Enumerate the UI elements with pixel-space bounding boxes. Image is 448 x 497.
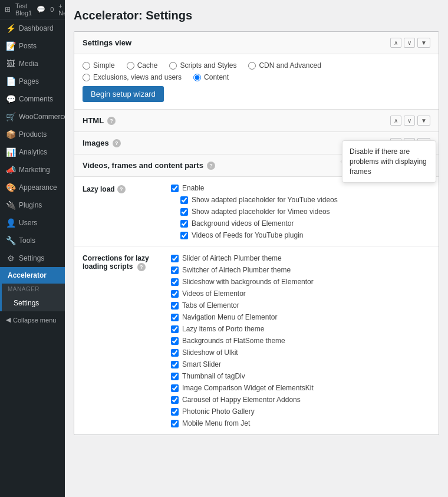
lazy-load-youtube[interactable]: Show adapted placeholder for YouTube vid… xyxy=(180,196,430,204)
lazy-load-elementor-bg[interactable]: Background videos of Elementor xyxy=(180,219,430,228)
correction-porto-lazy-input[interactable] xyxy=(171,325,179,333)
correction-jet-mobile-input[interactable] xyxy=(171,420,179,427)
radio-simple-input[interactable] xyxy=(83,62,90,70)
correction-elementor-nav[interactable]: Navigation Menu of Elementor xyxy=(171,313,430,321)
videos-label-text: Videos, frames and content parts xyxy=(83,161,203,170)
sidebar-item-marketing[interactable]: 📣 Marketing xyxy=(0,161,65,179)
correction-airtech-switcher[interactable]: Switcher of Airtech Plumber theme xyxy=(171,266,430,274)
correction-airtech-switcher-input[interactable] xyxy=(171,266,179,274)
correction-porto-lazy[interactable]: Lazy items of Porto theme xyxy=(171,325,430,333)
correction-ulkit-slideshow-input[interactable] xyxy=(171,349,179,357)
settings-view-down-btn[interactable]: ∨ xyxy=(404,38,415,48)
videos-info-icon[interactable]: ? xyxy=(207,162,215,170)
html-collapse-btn[interactable]: ▼ xyxy=(417,116,430,126)
posts-icon: 📝 xyxy=(6,41,15,51)
corrections-info-icon[interactable]: ? xyxy=(137,263,146,271)
sidebar-item-label: Products xyxy=(19,130,47,139)
lazy-load-vimeo-input[interactable] xyxy=(180,208,188,216)
corrections-row: Corrections for lazy loading scripts ? S… xyxy=(74,246,439,435)
correction-photonic[interactable]: Photonic Photo Gallery xyxy=(171,407,430,416)
correction-happy-carousel-input[interactable] xyxy=(171,396,179,404)
correction-ulkit-slideshow[interactable]: Slideshow of Ulkit xyxy=(171,348,430,357)
correction-smart-slider-input[interactable] xyxy=(171,361,179,368)
sidebar-item-settings[interactable]: ⚙ Settings xyxy=(0,249,65,267)
sidebar-item-comments[interactable]: 💬 Comments xyxy=(0,90,65,108)
correction-airtech-slider-input[interactable] xyxy=(171,255,179,262)
correction-tagdiv-thumb-input[interactable] xyxy=(171,373,179,380)
radio-scripts-label: Scripts and Styles xyxy=(180,61,236,70)
radio-simple[interactable]: Simple xyxy=(83,61,115,70)
html-up-btn[interactable]: ∧ xyxy=(390,116,401,126)
lazy-load-vimeo[interactable]: Show adapted placeholder for Vimeo video… xyxy=(180,208,430,216)
correction-tagdiv-thumb[interactable]: Thumbnail of tagDiv xyxy=(171,372,430,380)
correction-photonic-label: Photonic Photo Gallery xyxy=(182,407,255,416)
correction-elementor-nav-input[interactable] xyxy=(171,314,179,321)
setup-wizard-button[interactable]: Begin setup wizard xyxy=(83,86,164,102)
lazy-load-enable-input[interactable] xyxy=(171,185,179,192)
radio-exclusions-input[interactable] xyxy=(83,74,90,81)
radio-cdn-input[interactable] xyxy=(248,62,256,70)
radio-scripts-styles[interactable]: Scripts and Styles xyxy=(169,61,236,70)
sidebar-item-label: Settings xyxy=(19,254,44,262)
correction-happy-carousel[interactable]: Carousel of Happy Elementor Addons xyxy=(171,396,430,404)
sidebar-item-appearance[interactable]: 🎨 Appearance xyxy=(0,179,65,196)
correction-elementor-slideshow-label: Slideshow with backgrounds of Elementor xyxy=(182,278,314,286)
correction-elementor-videos-label: Videos of Elementor xyxy=(182,289,246,298)
settings-icon: ⚙ xyxy=(6,254,15,263)
correction-elementor-slideshow[interactable]: Slideshow with backgrounds of Elementor xyxy=(171,278,430,286)
sidebar-item-pages[interactable]: 📄 Pages xyxy=(0,73,65,90)
html-section-header[interactable]: HTML ? ∧ ∨ ▼ xyxy=(74,110,439,132)
correction-elementskit-img[interactable]: Image Comparison Widget of ElementsKit xyxy=(171,384,430,392)
radio-content-label: Content xyxy=(204,73,229,81)
radio-cache[interactable]: Cache xyxy=(127,61,158,70)
lazy-load-info-icon[interactable]: ? xyxy=(117,185,126,193)
radio-exclusions[interactable]: Exclusions, views and users xyxy=(83,73,182,81)
correction-elementor-tabs-input[interactable] xyxy=(171,302,179,310)
lazy-load-elementor-bg-input[interactable] xyxy=(180,220,188,228)
sidebar-item-users[interactable]: 👤 Users xyxy=(0,214,65,232)
site-name[interactable]: Test Blog1 xyxy=(15,2,32,17)
radio-content-input[interactable] xyxy=(193,74,201,81)
lazy-load-enable[interactable]: Enable xyxy=(171,184,430,192)
correction-elementskit-img-input[interactable] xyxy=(171,384,179,392)
correction-elementor-tabs[interactable]: Tabs of Elementor xyxy=(171,301,430,310)
images-info-icon[interactable]: ? xyxy=(113,139,121,147)
new-button[interactable]: + New xyxy=(58,2,65,17)
sidebar-item-tools[interactable]: 🔧 Tools xyxy=(0,232,65,249)
correction-airtech-slider[interactable]: Slider of Airtech Plumber theme xyxy=(171,254,430,262)
sidebar-item-accelerator[interactable]: Accelerator xyxy=(2,267,65,284)
lazy-load-feeds-youtube-input[interactable] xyxy=(180,232,188,239)
radio-cache-input[interactable] xyxy=(127,62,134,70)
correction-flatsome-bg[interactable]: Backgrounds of FlatSome theme xyxy=(171,337,430,345)
sidebar-item-media[interactable]: 🖼 Media xyxy=(0,55,65,73)
sidebar-item-dashboard[interactable]: ⚡ Dashboard xyxy=(0,19,65,37)
html-down-btn[interactable]: ∨ xyxy=(404,116,415,126)
html-info-icon[interactable]: ? xyxy=(107,117,116,125)
sidebar-item-products[interactable]: 📦 Products xyxy=(0,126,65,143)
sidebar-item-accelerator-settings[interactable]: Settings xyxy=(2,295,65,311)
appearance-icon: 🎨 xyxy=(6,183,15,192)
correction-photonic-input[interactable] xyxy=(171,408,179,416)
sidebar-item-label: Marketing xyxy=(19,166,50,174)
correction-jet-mobile[interactable]: Mobile Menu from Jet xyxy=(171,419,430,427)
sidebar-item-posts[interactable]: 📝 Posts xyxy=(0,37,65,55)
sidebar-item-label: Tools xyxy=(19,236,35,245)
collapse-menu[interactable]: ◀ Collapse menu xyxy=(0,311,65,328)
settings-view-up-btn[interactable]: ∧ xyxy=(390,38,401,48)
correction-elementor-videos-input[interactable] xyxy=(171,290,179,298)
correction-elementor-slideshow-input[interactable] xyxy=(171,278,179,286)
correction-flatsome-bg-label: Backgrounds of FlatSome theme xyxy=(182,337,285,345)
correction-flatsome-bg-input[interactable] xyxy=(171,337,179,345)
radio-scripts-input[interactable] xyxy=(169,62,177,70)
lazy-load-feeds-youtube[interactable]: Videos of Feeds for YouTube plugin xyxy=(180,231,430,239)
sidebar-item-plugins[interactable]: 🔌 Plugins xyxy=(0,196,65,214)
sidebar-item-woocommerce[interactable]: 🛒 WooCommerce xyxy=(0,108,65,126)
settings-view-header[interactable]: Settings view ∧ ∨ ▼ xyxy=(74,32,439,54)
sidebar-item-analytics[interactable]: 📊 Analytics xyxy=(0,143,65,161)
lazy-load-youtube-input[interactable] xyxy=(180,196,188,204)
radio-cdn[interactable]: CDN and Advanced xyxy=(248,61,321,70)
correction-smart-slider[interactable]: Smart Slider xyxy=(171,360,430,368)
radio-content[interactable]: Content xyxy=(193,73,229,81)
settings-view-collapse-btn[interactable]: ▼ xyxy=(417,38,430,48)
correction-elementor-videos[interactable]: Videos of Elementor xyxy=(171,289,430,298)
